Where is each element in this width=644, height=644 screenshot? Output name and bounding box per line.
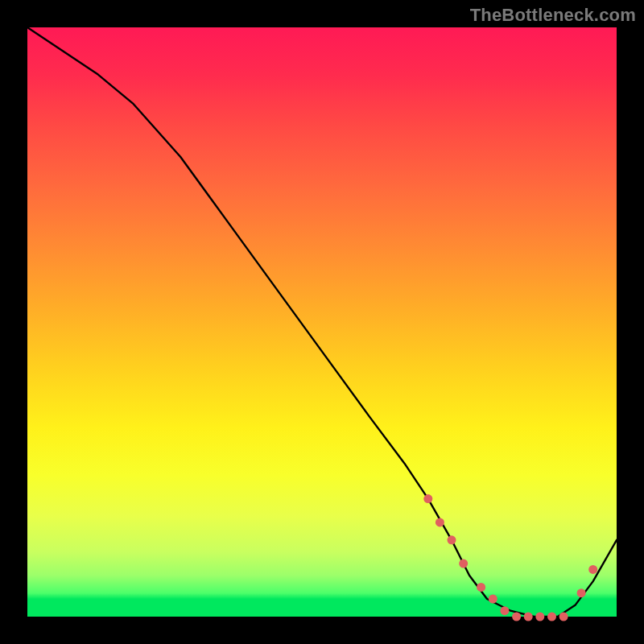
highlight-dot	[547, 613, 556, 621]
curve-svg	[27, 27, 617, 617]
highlight-dot	[436, 518, 444, 526]
highlight-dot	[448, 535, 456, 544]
watermark-text: TheBottleneck.com	[470, 5, 636, 26]
chart-frame: TheBottleneck.com	[0, 0, 644, 644]
bottleneck-curve	[27, 27, 617, 617]
highlight-dot	[524, 613, 533, 621]
highlight-dot	[459, 559, 468, 568]
highlight-dot	[423, 494, 432, 503]
highlight-dot	[577, 588, 586, 597]
highlight-dot	[588, 565, 597, 574]
highlight-dot	[477, 583, 485, 592]
highlight-dot	[559, 613, 568, 621]
highlight-dots	[423, 494, 597, 621]
highlight-dot	[500, 606, 509, 615]
highlight-dot	[535, 613, 544, 621]
highlight-dot	[489, 595, 497, 604]
plot-area	[27, 27, 617, 617]
highlight-dot	[512, 613, 521, 621]
